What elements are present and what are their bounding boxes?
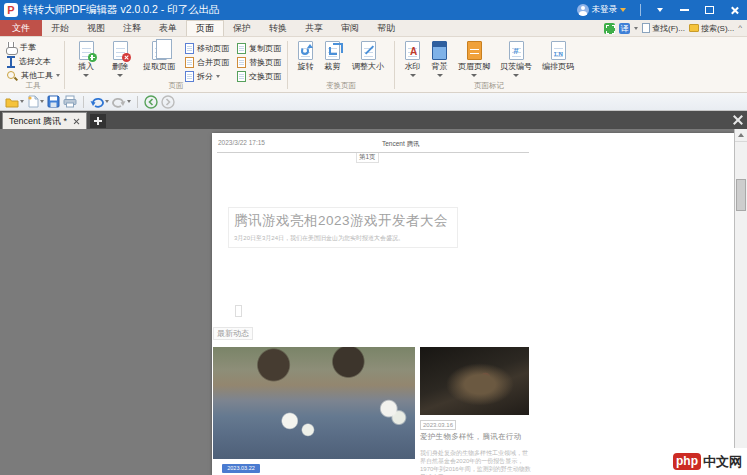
new-file-button[interactable] xyxy=(27,95,44,108)
watermark-icon: A xyxy=(405,41,420,60)
search-button[interactable]: 搜索(S)... xyxy=(689,23,734,34)
find-label: 查找(F)... xyxy=(652,23,685,34)
page-numbering-icon: 1.N xyxy=(551,41,566,60)
tab-file[interactable]: 文件 xyxy=(0,20,42,36)
delete-page-button[interactable]: 删除 xyxy=(103,38,137,82)
text-cursor-icon xyxy=(6,56,16,68)
divider xyxy=(137,96,138,108)
back-button[interactable] xyxy=(144,95,158,109)
dropdown-arrow-icon xyxy=(40,100,44,103)
tab-page[interactable]: 页面 xyxy=(186,20,224,36)
close-tab-icon[interactable] xyxy=(73,118,80,125)
dropdown-arrow-icon xyxy=(20,100,24,103)
folder-open-icon xyxy=(5,96,19,108)
login-status-label: 未登录 xyxy=(592,4,618,16)
chevron-down-icon xyxy=(657,8,663,12)
page-numbering-button[interactable]: 1.N 编排页码 xyxy=(537,38,579,82)
insert-page-button[interactable]: 插入 xyxy=(69,38,103,82)
tab-protect[interactable]: 保护 xyxy=(224,20,260,36)
section-label: 最新动态 xyxy=(213,327,253,340)
resize-page-button[interactable]: 调整大小 xyxy=(346,38,390,82)
user-account-button[interactable]: 未登录 xyxy=(577,4,627,16)
forward-circle-icon xyxy=(161,95,175,109)
vertical-scrollbar[interactable] xyxy=(734,129,747,475)
window-title: 转转大师PDF编辑器 v2.0.0.2 - 印了么出品 xyxy=(23,3,220,17)
quick-access-toolbar xyxy=(0,93,747,111)
forward-button[interactable] xyxy=(161,95,175,109)
dropdown-arrow-icon xyxy=(83,74,89,77)
background-button[interactable]: 背景 xyxy=(426,38,453,82)
crop-label: 裁剪 xyxy=(325,61,341,72)
collapse-ribbon-icon[interactable]: ^ xyxy=(738,24,742,32)
tab-share[interactable]: 共享 xyxy=(296,20,332,36)
bates-number-button[interactable]: # 贝茨编号 xyxy=(495,38,537,82)
crop-icon xyxy=(325,41,340,60)
ribbon-tab-row: 文件 开始 视图 注释 表单 页面 保护 转换 共享 审阅 帮助 译 查找(F)… xyxy=(0,20,747,37)
close-document-button[interactable] xyxy=(732,114,743,125)
left-item-date-badge: 2023.03.22 xyxy=(222,464,260,473)
minimize-icon xyxy=(680,9,689,11)
find-doc-icon xyxy=(642,23,650,33)
tab-comment[interactable]: 注释 xyxy=(114,20,150,36)
page-header-datetime: 2023/3/22 17:15 xyxy=(218,139,265,146)
open-file-button[interactable] xyxy=(5,96,24,108)
undo-button[interactable] xyxy=(90,96,109,108)
ribbon-collapse-button[interactable] xyxy=(647,0,672,20)
background-label: 背景 xyxy=(432,61,448,72)
new-tab-button[interactable] xyxy=(90,114,106,128)
move-page-button[interactable]: 移动页面 xyxy=(185,42,229,55)
divider xyxy=(83,96,84,108)
close-icon xyxy=(730,6,739,15)
folder-icon xyxy=(689,24,699,32)
delete-page-icon xyxy=(113,41,128,60)
tab-help[interactable]: 帮助 xyxy=(368,20,404,36)
header-footer-button[interactable]: 页眉页脚 xyxy=(453,38,495,82)
page-header-site: Tencent 腾讯 xyxy=(382,140,420,149)
print-button[interactable] xyxy=(63,95,77,108)
resize-icon xyxy=(361,41,376,60)
tab-review[interactable]: 审阅 xyxy=(332,20,368,36)
magnifier-icon xyxy=(6,70,18,82)
redo-button[interactable] xyxy=(112,96,131,108)
document-tab[interactable]: Tencent 腾讯 * xyxy=(2,112,87,129)
scrollbar-thumb[interactable] xyxy=(736,179,746,211)
maximize-button[interactable] xyxy=(697,0,722,20)
extract-page-button[interactable]: 提取页面 xyxy=(137,38,181,82)
replace-page-button[interactable]: 替换页面 xyxy=(237,56,281,69)
merge-page-button[interactable]: 合并页面 xyxy=(185,56,229,69)
save-button[interactable] xyxy=(47,95,60,108)
chevron-down-icon[interactable] xyxy=(634,27,638,30)
page-number-label: 第1页 xyxy=(356,153,379,163)
ribbon-group-marks: A 水印 背景 页眉页脚 # 贝茨编号 1.N 编排页码 xyxy=(395,38,583,92)
divider xyxy=(640,4,641,16)
subheadline-text: 3月20日至3月24日，我们在美国旧金山为您实时报道大会盛况。 xyxy=(234,234,452,243)
view-mode-icon[interactable] xyxy=(604,23,615,34)
ribbon-group-page: 插入 删除 提取页面 移动页面 合并页面 xyxy=(65,38,287,92)
crop-page-button[interactable]: 裁剪 xyxy=(319,38,346,82)
translate-icon[interactable]: 译 xyxy=(619,23,630,34)
tab-form[interactable]: 表单 xyxy=(150,20,186,36)
new-document-icon xyxy=(27,95,39,108)
watermark-suffix: 中文网 xyxy=(703,453,742,471)
watermark-button[interactable]: A 水印 xyxy=(399,38,426,82)
tab-home[interactable]: 开始 xyxy=(42,20,78,36)
group-label-marks: 页面标记 xyxy=(395,81,583,91)
merge-page-icon xyxy=(185,57,194,68)
ribbon-group-transform: 旋转 裁剪 调整大小 变换页面 xyxy=(288,38,394,92)
hand-tool-button[interactable]: 手掌 xyxy=(6,41,60,54)
tab-view[interactable]: 视图 xyxy=(78,20,114,36)
replace-page-label: 替换页面 xyxy=(249,57,281,68)
scroll-up-button[interactable] xyxy=(735,129,747,142)
rotate-page-button[interactable]: 旋转 xyxy=(292,38,319,82)
copy-page-button[interactable]: 复制页面 xyxy=(237,42,281,55)
move-page-icon xyxy=(185,43,194,54)
pdf-page: 2023/3/22 17:15 Tencent 腾讯 第1页 腾讯游戏亮相202… xyxy=(212,133,734,475)
minimize-button[interactable] xyxy=(672,0,697,20)
dropdown-arrow-icon xyxy=(437,74,443,77)
close-button[interactable] xyxy=(722,0,747,20)
other-tools-label: 其他工具 xyxy=(21,70,53,81)
hand-icon xyxy=(6,42,17,54)
find-button[interactable]: 查找(F)... xyxy=(642,23,685,34)
select-text-button[interactable]: 选择文本 xyxy=(6,55,60,68)
tab-convert[interactable]: 转换 xyxy=(260,20,296,36)
